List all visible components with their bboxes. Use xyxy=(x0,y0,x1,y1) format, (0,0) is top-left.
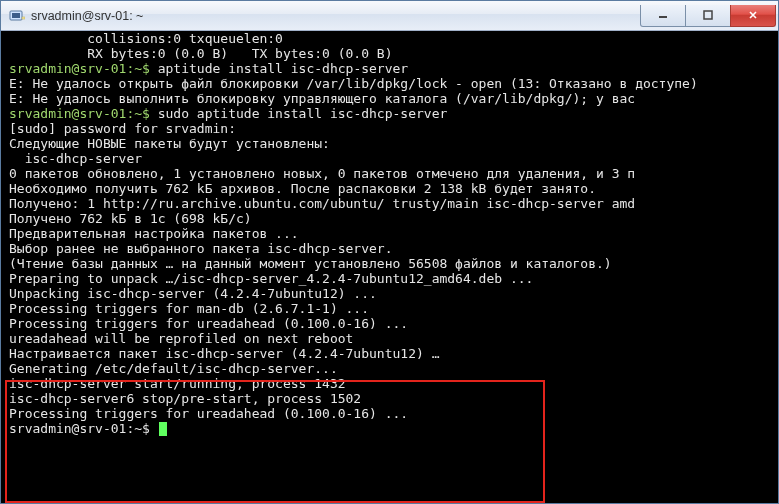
terminal-line: [sudo] password for srvadmin: xyxy=(9,121,778,136)
terminal-area[interactable]: collisions:0 txqueuelen:0 RX bytes:0 (0.… xyxy=(1,31,778,503)
shell-command: aptitude install isc-dhcp-server xyxy=(158,61,408,76)
terminal-line: srvadmin@srv-01:~$ sudo aptitude install… xyxy=(9,106,778,121)
terminal-line: Preparing to unpack …/isc-dhcp-server_4.… xyxy=(9,271,778,286)
shell-prompt: srvadmin@srv-01:~$ xyxy=(9,61,158,76)
terminal-line: (Чтение базы данных … на данный момент у… xyxy=(9,256,778,271)
svg-rect-4 xyxy=(704,11,712,19)
window-controls xyxy=(641,5,776,27)
terminal-line: Выбор ранее не выбранного пакета isc-dhc… xyxy=(9,241,778,256)
terminal-line: isc-dhcp-server start/running, process 1… xyxy=(9,376,778,391)
maximize-button[interactable] xyxy=(685,5,731,27)
svg-rect-1 xyxy=(12,13,20,18)
shell-command: sudo aptitude install isc-dhcp-server xyxy=(158,106,448,121)
terminal-line: isc-dhcp-server6 stop/pre-start, process… xyxy=(9,391,778,406)
cursor xyxy=(159,422,167,436)
shell-prompt: srvadmin@srv-01:~$ xyxy=(9,106,158,121)
terminal-line: Unpacking isc-dhcp-server (4.2.4-7ubuntu… xyxy=(9,286,778,301)
terminal-line: Processing triggers for man-db (2.6.7.1-… xyxy=(9,301,778,316)
window-title: srvadmin@srv-01: ~ xyxy=(31,9,641,23)
terminal-line: RX bytes:0 (0.0 B) TX bytes:0 (0.0 B) xyxy=(9,46,778,61)
close-button[interactable] xyxy=(730,5,776,27)
titlebar[interactable]: srvadmin@srv-01: ~ xyxy=(1,1,778,31)
terminal-line: srvadmin@srv-01:~$ aptitude install isc-… xyxy=(9,61,778,76)
terminal-window: srvadmin@srv-01: ~ collisions:0 txqueuel… xyxy=(0,0,779,504)
terminal-line: Generating /etc/default/isc-dhcp-server.… xyxy=(9,361,778,376)
terminal-line: Processing triggers for ureadahead (0.10… xyxy=(9,406,778,421)
putty-icon xyxy=(9,8,25,24)
minimize-button[interactable] xyxy=(640,5,686,27)
terminal-line: collisions:0 txqueuelen:0 xyxy=(9,31,778,46)
terminal-line: ureadahead will be reprofiled on next re… xyxy=(9,331,778,346)
svg-rect-3 xyxy=(659,16,667,18)
terminal-line: E: Не удалось открыть файл блокировки /v… xyxy=(9,76,778,91)
terminal-line: 0 пакетов обновлено, 1 установлено новых… xyxy=(9,166,778,181)
terminal-line: E: Не удалось выполнить блокировку управ… xyxy=(9,91,778,106)
svg-rect-2 xyxy=(22,17,25,19)
shell-prompt: srvadmin@srv-01:~$ xyxy=(9,421,158,436)
terminal-line: Необходимо получить 762 kБ архивов. Посл… xyxy=(9,181,778,196)
terminal-line: srvadmin@srv-01:~$ xyxy=(9,421,778,436)
terminal-line: Получено 762 kБ в 1с (698 kБ/c) xyxy=(9,211,778,226)
terminal-line: Следующие НОВЫЕ пакеты будут установлены… xyxy=(9,136,778,151)
terminal-line: Предварительная настройка пакетов ... xyxy=(9,226,778,241)
terminal-line: isc-dhcp-server xyxy=(9,151,778,166)
terminal-line: Processing triggers for ureadahead (0.10… xyxy=(9,316,778,331)
terminal-line: Настраивается пакет isc-dhcp-server (4.2… xyxy=(9,346,778,361)
terminal-line: Получено: 1 http://ru.archive.ubuntu.com… xyxy=(9,196,778,211)
